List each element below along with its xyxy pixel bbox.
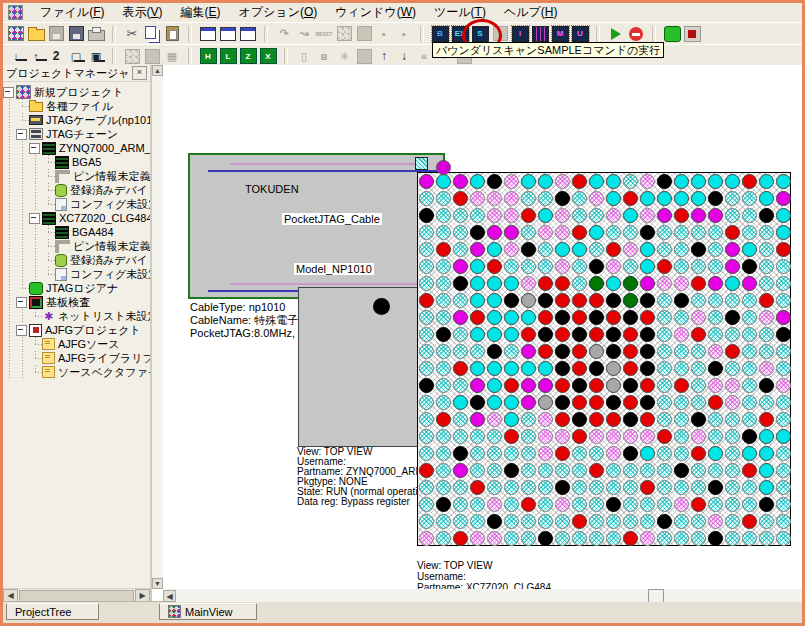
bga-ball[interactable] (555, 293, 570, 308)
bga-ball[interactable] (453, 412, 468, 427)
bga-ball[interactable] (725, 259, 740, 274)
bga-ball[interactable] (555, 276, 570, 291)
bga-ball[interactable] (640, 497, 655, 512)
bga-ball[interactable] (521, 412, 536, 427)
bga-ball[interactable] (640, 174, 655, 189)
tree-item[interactable]: AJFGソース (3, 337, 150, 351)
bga-ball[interactable] (674, 191, 689, 206)
bga-ball[interactable] (691, 276, 706, 291)
bga-ball[interactable] (606, 497, 621, 512)
bga-ball[interactable] (521, 344, 536, 359)
bga-ball[interactable] (538, 446, 553, 461)
bga-ball[interactable] (419, 191, 434, 206)
bga-ball[interactable] (521, 395, 536, 410)
bga-ball[interactable] (419, 463, 434, 478)
tree-item[interactable]: AJFGプロジェクト (3, 323, 150, 337)
bga-ball[interactable] (487, 395, 502, 410)
bga-ball[interactable] (640, 225, 655, 240)
bga-ball[interactable] (538, 344, 553, 359)
bga-ball[interactable] (640, 242, 655, 257)
bga-ball[interactable] (436, 378, 451, 393)
bga-ball[interactable] (742, 463, 757, 478)
bga-ball[interactable] (538, 174, 553, 189)
bga-ball[interactable] (538, 395, 553, 410)
bga-ball[interactable] (606, 191, 621, 206)
bga-ball[interactable] (572, 208, 587, 223)
bga-ball[interactable] (589, 327, 604, 342)
bga-ball[interactable] (776, 463, 791, 478)
bga-ball[interactable] (742, 276, 757, 291)
bga-ball[interactable] (623, 276, 638, 291)
bga-ball[interactable] (538, 191, 553, 206)
bga-ball[interactable] (742, 293, 757, 308)
loop2-icon[interactable]: ↝ (295, 25, 313, 42)
close-icon[interactable]: × (132, 66, 147, 80)
bga-ball[interactable] (436, 242, 451, 257)
bga-ball[interactable] (623, 327, 638, 342)
bga-ball[interactable] (759, 242, 774, 257)
bga-ball[interactable] (657, 208, 672, 223)
bga-ball[interactable] (419, 293, 434, 308)
tree-item[interactable]: BGA5 (3, 155, 150, 169)
bga-ball[interactable] (708, 327, 723, 342)
tree-expander-minus-icon[interactable] (16, 297, 27, 308)
bga-ball[interactable] (623, 480, 638, 495)
bga-ball[interactable] (487, 310, 502, 325)
bga-package-view[interactable] (417, 172, 791, 546)
save-icon[interactable] (47, 25, 65, 42)
bga-ball[interactable] (538, 225, 553, 240)
bga-ball[interactable] (504, 412, 519, 427)
tree-item[interactable]: JTAGロジアナ (3, 281, 150, 295)
bga-ball[interactable] (623, 242, 638, 257)
bga-ball[interactable] (521, 242, 536, 257)
bga-ball[interactable] (504, 208, 519, 223)
bga-ball[interactable] (623, 412, 638, 427)
gray-box-icon[interactable] (355, 48, 373, 65)
gray-chip-icon[interactable]: ▦ (163, 48, 181, 65)
bga-ball[interactable] (572, 480, 587, 495)
bga-ball[interactable] (759, 361, 774, 376)
bga-ball[interactable] (691, 446, 706, 461)
bga-ball[interactable] (521, 497, 536, 512)
bga-ball[interactable] (504, 327, 519, 342)
bga-ball[interactable] (555, 395, 570, 410)
bga-ball[interactable] (538, 480, 553, 495)
bga-ball[interactable] (419, 259, 434, 274)
bga-ball[interactable] (759, 531, 774, 546)
bga-ball[interactable] (657, 327, 672, 342)
bga-ball[interactable] (589, 259, 604, 274)
cmd-m-icon[interactable]: M (551, 25, 569, 42)
bga-ball[interactable] (691, 497, 706, 512)
bga-ball[interactable] (606, 531, 621, 546)
bga-ball[interactable] (742, 327, 757, 342)
bga-ball[interactable] (606, 293, 621, 308)
bga-ball[interactable] (436, 208, 451, 223)
bga-ball[interactable] (555, 446, 570, 461)
bga-ball[interactable] (674, 446, 689, 461)
tree-expander-minus-icon[interactable] (29, 143, 40, 154)
bga-ball[interactable] (623, 259, 638, 274)
bga-ball[interactable] (487, 327, 502, 342)
bga-ball[interactable] (589, 378, 604, 393)
bga-ball[interactable] (470, 225, 485, 240)
bga-ball[interactable] (691, 208, 706, 223)
bga-ball[interactable] (759, 174, 774, 189)
bga-ball[interactable] (589, 514, 604, 529)
bga-ball[interactable] (776, 412, 791, 427)
tree-expander-minus-icon[interactable] (3, 87, 14, 98)
menu-item-w[interactable]: ウィンドウ(W) (326, 2, 425, 23)
bga-ball[interactable] (725, 225, 740, 240)
bga-ball[interactable] (572, 310, 587, 325)
tree-item[interactable]: 登録済みデバイ (3, 253, 150, 267)
bga-ball[interactable] (589, 191, 604, 206)
bga-ball[interactable] (436, 497, 451, 512)
bga-ball[interactable] (759, 378, 774, 393)
bga-ball[interactable] (691, 531, 706, 546)
bga-ball[interactable] (487, 463, 502, 478)
scroll-up-icon[interactable]: ▲ (152, 65, 163, 76)
tile-horizontal-icon[interactable] (219, 25, 237, 42)
bga-ball[interactable] (419, 361, 434, 376)
drive-z-icon[interactable]: Z (239, 48, 257, 65)
bga-ball[interactable] (708, 514, 723, 529)
bga-ball[interactable] (691, 225, 706, 240)
